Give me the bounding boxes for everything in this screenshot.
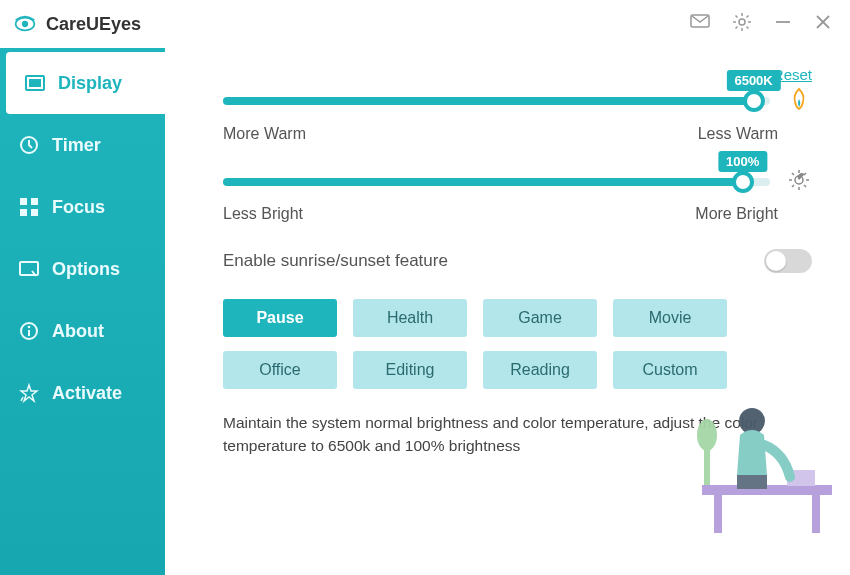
activate-icon: [18, 382, 40, 404]
window-controls: [690, 12, 832, 36]
minimize-button[interactable]: [774, 13, 792, 35]
mode-office[interactable]: Office: [223, 351, 337, 389]
svg-rect-27: [702, 485, 832, 495]
sidebar-item-focus[interactable]: Focus: [0, 176, 165, 238]
temperature-slider-block: 6500K More Warm Less Warm: [223, 87, 812, 143]
svg-rect-14: [20, 262, 38, 275]
mode-grid: Pause Health Game Movie Office Editing R…: [223, 299, 812, 389]
svg-line-25: [804, 173, 806, 175]
mode-custom[interactable]: Custom: [613, 351, 727, 389]
svg-rect-28: [714, 495, 722, 533]
sidebar-item-options[interactable]: Options: [0, 238, 165, 300]
svg-rect-32: [737, 475, 767, 489]
mode-reading[interactable]: Reading: [483, 351, 597, 389]
sidebar-item-display[interactable]: Display: [6, 52, 165, 114]
svg-rect-11: [31, 198, 38, 205]
mode-description: Maintain the system normal brightness an…: [223, 411, 783, 458]
brightness-slider[interactable]: 100%: [223, 170, 770, 194]
sunrise-row: Enable sunrise/sunset feature: [223, 249, 812, 273]
sidebar-item-about[interactable]: About: [0, 300, 165, 362]
sidebar-item-label: About: [52, 321, 104, 342]
svg-rect-30: [787, 470, 815, 486]
mode-health[interactable]: Health: [353, 299, 467, 337]
main-panel: Reset 6500K More Warm Less Warm: [165, 48, 850, 575]
brightness-label-right: More Bright: [695, 205, 778, 223]
sidebar-item-activate[interactable]: Activate: [0, 362, 165, 424]
mode-movie[interactable]: Movie: [613, 299, 727, 337]
titlebar: CareUEyes: [0, 0, 850, 48]
svg-rect-29: [812, 495, 820, 533]
sunrise-toggle[interactable]: [764, 249, 812, 273]
app-logo-icon: [14, 13, 36, 35]
svg-point-1: [22, 21, 28, 27]
flame-icon: [786, 87, 812, 115]
sidebar-item-label: Options: [52, 259, 120, 280]
svg-rect-12: [20, 209, 27, 216]
feedback-icon[interactable]: [690, 14, 710, 34]
svg-rect-17: [28, 330, 30, 336]
brightness-icon: [786, 169, 812, 195]
temperature-label-right: Less Warm: [698, 125, 778, 143]
sidebar-item-label: Timer: [52, 135, 101, 156]
sidebar: Display Timer Focus Options About Activa…: [0, 48, 165, 575]
focus-icon: [18, 196, 40, 218]
info-icon: [18, 320, 40, 342]
temperature-slider[interactable]: 6500K: [223, 89, 770, 113]
brightness-value: 100%: [726, 154, 759, 169]
mode-editing[interactable]: Editing: [353, 351, 467, 389]
svg-rect-10: [20, 198, 27, 205]
svg-rect-8: [29, 79, 41, 87]
close-button[interactable]: [814, 13, 832, 35]
sidebar-item-label: Display: [58, 73, 122, 94]
display-icon: [24, 72, 46, 94]
gear-icon[interactable]: [732, 12, 752, 36]
mode-pause[interactable]: Pause: [223, 299, 337, 337]
app-title: CareUEyes: [46, 14, 141, 35]
temperature-label-left: More Warm: [223, 125, 306, 143]
clock-icon: [18, 134, 40, 156]
svg-point-16: [28, 326, 31, 329]
sidebar-item-timer[interactable]: Timer: [0, 114, 165, 176]
brand: CareUEyes: [14, 13, 141, 35]
sidebar-item-label: Focus: [52, 197, 105, 218]
svg-point-3: [739, 19, 745, 25]
options-icon: [18, 258, 40, 280]
brightness-label-left: Less Bright: [223, 205, 303, 223]
svg-rect-13: [31, 209, 38, 216]
sidebar-item-label: Activate: [52, 383, 122, 404]
svg-line-24: [804, 185, 806, 187]
brightness-slider-block: 100% Less Bright More Bright: [223, 169, 812, 223]
svg-line-26: [792, 185, 794, 187]
sunrise-label: Enable sunrise/sunset feature: [223, 251, 448, 271]
temperature-value: 6500K: [734, 73, 772, 88]
mode-game[interactable]: Game: [483, 299, 597, 337]
svg-line-23: [792, 173, 794, 175]
